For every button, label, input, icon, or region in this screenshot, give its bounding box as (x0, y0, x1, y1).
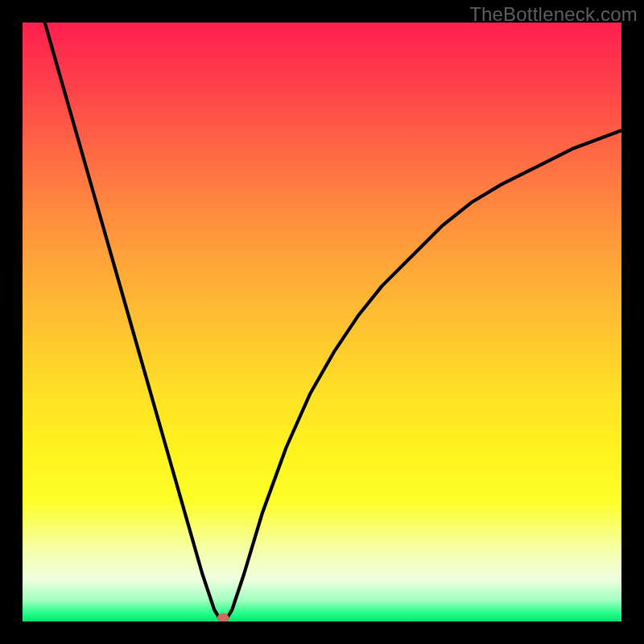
minimum-marker (217, 613, 229, 621)
bottleneck-curve (23, 23, 621, 620)
plot-area (23, 23, 621, 621)
chart-frame: TheBottleneck.com (0, 0, 644, 644)
watermark-text: TheBottleneck.com (469, 3, 638, 26)
curve-layer (23, 23, 621, 621)
